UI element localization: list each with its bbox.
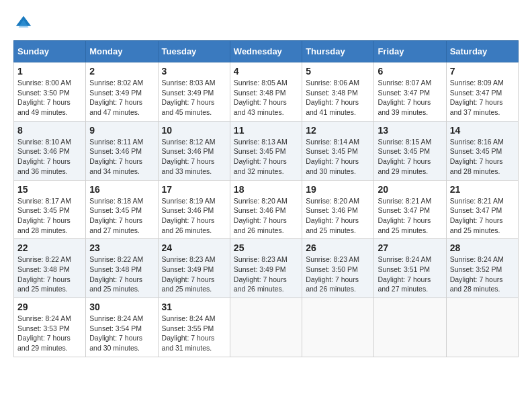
day-detail: Sunrise: 8:22 AMSunset: 3:48 PMDaylight:… — [89, 255, 154, 294]
day-detail: Sunrise: 8:00 AMSunset: 3:50 PMDaylight:… — [17, 78, 82, 118]
calendar-cell: 20Sunrise: 8:21 AMSunset: 3:47 PMDayligh… — [374, 180, 446, 239]
day-number: 13 — [378, 125, 442, 136]
day-number: 24 — [162, 242, 226, 253]
calendar-cell: 23Sunrise: 8:22 AMSunset: 3:48 PMDayligh… — [86, 239, 158, 298]
day-number: 1 — [17, 66, 82, 77]
day-detail: Sunrise: 8:02 AMSunset: 3:49 PMDaylight:… — [89, 78, 154, 118]
calendar-cell: 27Sunrise: 8:24 AMSunset: 3:51 PMDayligh… — [374, 239, 446, 298]
day-number: 6 — [378, 66, 442, 77]
calendar-cell: 31Sunrise: 8:24 AMSunset: 3:55 PMDayligh… — [158, 298, 230, 357]
day-number: 4 — [234, 66, 298, 77]
day-detail: Sunrise: 8:20 AMSunset: 3:46 PMDaylight:… — [306, 196, 370, 236]
day-detail: Sunrise: 8:24 AMSunset: 3:51 PMDaylight:… — [378, 255, 442, 294]
calendar-cell: 10Sunrise: 8:12 AMSunset: 3:46 PMDayligh… — [158, 121, 230, 180]
day-detail: Sunrise: 8:06 AMSunset: 3:48 PMDaylight:… — [306, 78, 370, 118]
calendar-week-row: 22Sunrise: 8:22 AMSunset: 3:48 PMDayligh… — [14, 239, 519, 298]
day-number: 28 — [450, 242, 515, 253]
day-detail: Sunrise: 8:10 AMSunset: 3:46 PMDaylight:… — [17, 137, 82, 177]
day-detail: Sunrise: 8:20 AMSunset: 3:46 PMDaylight:… — [234, 196, 298, 236]
day-detail: Sunrise: 8:23 AMSunset: 3:49 PMDaylight:… — [162, 255, 226, 294]
day-number: 22 — [17, 242, 82, 253]
day-detail: Sunrise: 8:17 AMSunset: 3:45 PMDaylight:… — [17, 196, 82, 236]
day-detail: Sunrise: 8:24 AMSunset: 3:54 PMDaylight:… — [89, 314, 154, 353]
day-detail: Sunrise: 8:23 AMSunset: 3:49 PMDaylight:… — [234, 255, 298, 294]
day-detail: Sunrise: 8:21 AMSunset: 3:47 PMDaylight:… — [450, 196, 515, 236]
calendar-cell: 6Sunrise: 8:07 AMSunset: 3:47 PMDaylight… — [374, 62, 446, 122]
calendar-week-row: 1Sunrise: 8:00 AMSunset: 3:50 PMDaylight… — [14, 62, 519, 122]
day-detail: Sunrise: 8:22 AMSunset: 3:48 PMDaylight:… — [17, 255, 82, 294]
calendar-cell: 11Sunrise: 8:13 AMSunset: 3:45 PMDayligh… — [230, 121, 302, 180]
day-number: 9 — [89, 125, 154, 136]
calendar-cell: 30Sunrise: 8:24 AMSunset: 3:54 PMDayligh… — [86, 298, 158, 357]
calendar-cell: 26Sunrise: 8:23 AMSunset: 3:50 PMDayligh… — [302, 239, 374, 298]
calendar-cell: 1Sunrise: 8:00 AMSunset: 3:50 PMDaylight… — [14, 62, 86, 122]
day-number: 21 — [450, 184, 515, 195]
calendar-cell: 5Sunrise: 8:06 AMSunset: 3:48 PMDaylight… — [302, 62, 374, 122]
day-detail: Sunrise: 8:21 AMSunset: 3:47 PMDaylight:… — [378, 196, 442, 236]
day-detail: Sunrise: 8:14 AMSunset: 3:45 PMDaylight:… — [306, 137, 370, 177]
calendar-header-sunday: Sunday — [14, 41, 86, 62]
calendar-header-saturday: Saturday — [446, 41, 518, 62]
calendar-cell: 21Sunrise: 8:21 AMSunset: 3:47 PMDayligh… — [446, 180, 518, 239]
calendar-cell: 2Sunrise: 8:02 AMSunset: 3:49 PMDaylight… — [86, 62, 158, 122]
calendar-cell: 22Sunrise: 8:22 AMSunset: 3:48 PMDayligh… — [14, 239, 86, 298]
day-detail: Sunrise: 8:15 AMSunset: 3:45 PMDaylight:… — [378, 137, 442, 177]
day-number: 7 — [450, 66, 515, 77]
calendar-cell: 25Sunrise: 8:23 AMSunset: 3:49 PMDayligh… — [230, 239, 302, 298]
day-number: 11 — [234, 125, 298, 136]
calendar-cell: 15Sunrise: 8:17 AMSunset: 3:45 PMDayligh… — [14, 180, 86, 239]
calendar-cell: 8Sunrise: 8:10 AMSunset: 3:46 PMDaylight… — [14, 121, 86, 180]
day-number: 8 — [17, 125, 82, 136]
calendar-cell: 14Sunrise: 8:16 AMSunset: 3:45 PMDayligh… — [446, 121, 518, 180]
logo-icon — [13, 13, 34, 34]
day-number: 30 — [89, 302, 154, 312]
day-number: 27 — [378, 242, 442, 253]
calendar-cell: 4Sunrise: 8:05 AMSunset: 3:48 PMDaylight… — [230, 62, 302, 122]
calendar-cell: 13Sunrise: 8:15 AMSunset: 3:45 PMDayligh… — [374, 121, 446, 180]
calendar-cell: 3Sunrise: 8:03 AMSunset: 3:49 PMDaylight… — [158, 62, 230, 122]
day-detail: Sunrise: 8:07 AMSunset: 3:47 PMDaylight:… — [378, 78, 442, 118]
day-number: 3 — [162, 66, 226, 77]
day-number: 16 — [89, 184, 154, 195]
day-number: 10 — [162, 125, 226, 136]
day-detail: Sunrise: 8:09 AMSunset: 3:47 PMDaylight:… — [450, 78, 515, 118]
header — [13, 13, 519, 34]
calendar-table: SundayMondayTuesdayWednesdayThursdayFrid… — [13, 40, 519, 357]
day-detail: Sunrise: 8:19 AMSunset: 3:46 PMDaylight:… — [162, 196, 226, 236]
calendar-cell: 29Sunrise: 8:24 AMSunset: 3:53 PMDayligh… — [14, 298, 86, 357]
day-number: 20 — [378, 184, 442, 195]
day-number: 2 — [89, 66, 154, 77]
calendar-cell: 17Sunrise: 8:19 AMSunset: 3:46 PMDayligh… — [158, 180, 230, 239]
calendar-cell: 7Sunrise: 8:09 AMSunset: 3:47 PMDaylight… — [446, 62, 518, 122]
day-number: 14 — [450, 125, 515, 136]
day-number: 31 — [162, 302, 226, 312]
calendar-cell — [374, 298, 446, 357]
day-number: 15 — [17, 184, 82, 195]
calendar-header-wednesday: Wednesday — [230, 41, 302, 62]
calendar-cell: 24Sunrise: 8:23 AMSunset: 3:49 PMDayligh… — [158, 239, 230, 298]
calendar-week-row: 29Sunrise: 8:24 AMSunset: 3:53 PMDayligh… — [14, 298, 519, 357]
day-number: 26 — [306, 242, 370, 253]
calendar-cell: 19Sunrise: 8:20 AMSunset: 3:46 PMDayligh… — [302, 180, 374, 239]
day-number: 23 — [89, 242, 154, 253]
day-number: 18 — [234, 184, 298, 195]
day-number: 17 — [162, 184, 226, 195]
calendar-cell — [446, 298, 518, 357]
calendar-cell — [302, 298, 374, 357]
calendar-header-monday: Monday — [86, 41, 158, 62]
calendar-cell: 18Sunrise: 8:20 AMSunset: 3:46 PMDayligh… — [230, 180, 302, 239]
day-number: 5 — [306, 66, 370, 77]
day-number: 29 — [17, 302, 82, 312]
day-detail: Sunrise: 8:05 AMSunset: 3:48 PMDaylight:… — [234, 78, 298, 118]
day-detail: Sunrise: 8:23 AMSunset: 3:50 PMDaylight:… — [306, 255, 370, 294]
day-detail: Sunrise: 8:03 AMSunset: 3:49 PMDaylight:… — [162, 78, 226, 118]
day-number: 25 — [234, 242, 298, 253]
day-number: 19 — [306, 184, 370, 195]
calendar-cell: 28Sunrise: 8:24 AMSunset: 3:52 PMDayligh… — [446, 239, 518, 298]
logo — [13, 13, 36, 34]
calendar-header-tuesday: Tuesday — [158, 41, 230, 62]
calendar-cell: 16Sunrise: 8:18 AMSunset: 3:45 PMDayligh… — [86, 180, 158, 239]
day-detail: Sunrise: 8:18 AMSunset: 3:45 PMDaylight:… — [89, 196, 154, 236]
day-detail: Sunrise: 8:16 AMSunset: 3:45 PMDaylight:… — [450, 137, 515, 177]
day-detail: Sunrise: 8:11 AMSunset: 3:46 PMDaylight:… — [89, 137, 154, 177]
